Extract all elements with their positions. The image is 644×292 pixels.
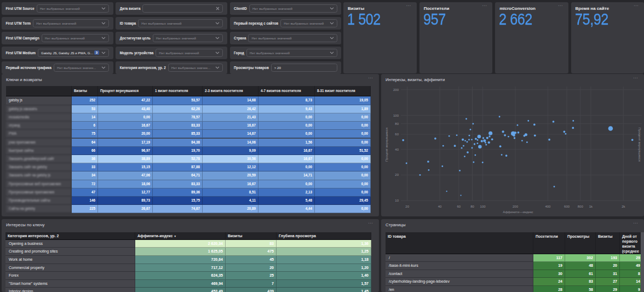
- svg-text:80: 80: [470, 205, 474, 208]
- svg-text:Аффинити—индекс: Аффинити—индекс: [503, 210, 533, 214]
- svg-text:80: 80: [395, 122, 399, 125]
- svg-text:200: 200: [393, 88, 399, 91]
- svg-text:60: 60: [457, 205, 461, 208]
- svg-text:200: 200: [513, 205, 519, 208]
- svg-text:2k: 2k: [622, 205, 625, 208]
- svg-text:Процент вернувшихся: Процент вернувшихся: [638, 128, 641, 162]
- svg-text:20: 20: [405, 205, 409, 208]
- svg-text:40: 40: [438, 205, 442, 208]
- svg-text:40: 40: [395, 148, 399, 151]
- svg-text:1k: 1k: [589, 205, 593, 208]
- svg-text:800: 800: [578, 205, 584, 208]
- svg-text:60: 60: [395, 133, 399, 136]
- svg-text:600: 600: [564, 205, 570, 208]
- svg-text:Процент вернувшихся: Процент вернувшихся: [385, 128, 388, 162]
- svg-text:100: 100: [393, 114, 399, 117]
- svg-text:400: 400: [545, 205, 551, 208]
- svg-text:10: 10: [395, 199, 399, 202]
- svg-text:100: 100: [480, 205, 486, 208]
- svg-text:20: 20: [395, 173, 399, 176]
